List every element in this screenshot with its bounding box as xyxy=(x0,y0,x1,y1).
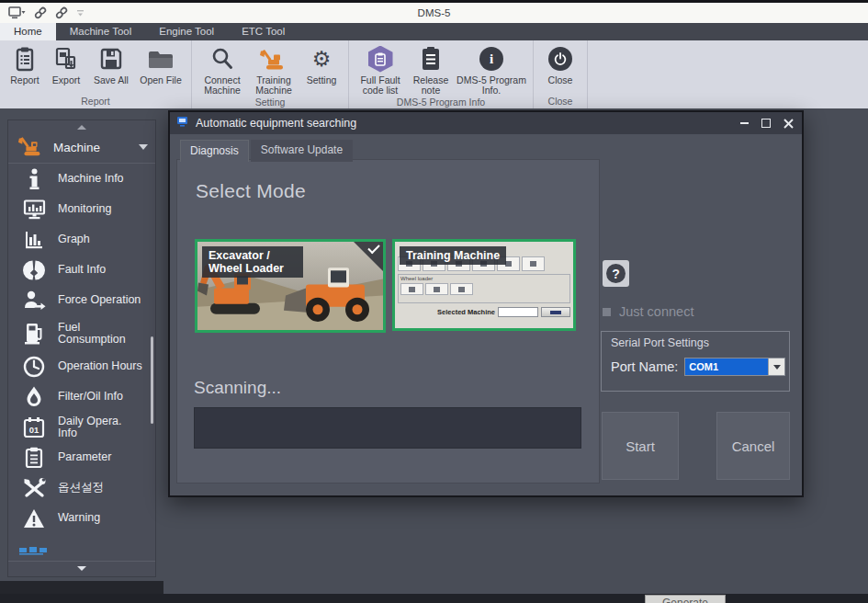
dms5-program-info-label: DMS-5 Program Info. xyxy=(457,75,526,96)
user-arrow-icon xyxy=(20,290,48,312)
full-fault-code-list-button[interactable]: Full Fault code list xyxy=(354,43,407,97)
link-icon[interactable] xyxy=(55,6,68,19)
help-button[interactable]: ? xyxy=(603,260,629,287)
mock-ok-button xyxy=(541,307,570,317)
export-document-icon xyxy=(54,44,78,74)
sidebar-scrollbar[interactable] xyxy=(151,336,153,424)
tab-etc-tool[interactable]: ETC Tool xyxy=(228,23,299,40)
save-all-button[interactable]: Save All xyxy=(87,43,135,86)
setting-label: Setting xyxy=(307,75,337,85)
sidebar-item-force-operation[interactable]: Force Operation xyxy=(8,285,155,315)
sidebar-item-filter-oil-info[interactable]: Filter/Oil Info xyxy=(8,381,155,412)
sidebar-item-monitoring[interactable]: Monitoring xyxy=(8,194,155,224)
mini-machine-button xyxy=(450,283,473,295)
tab-engine-tool[interactable]: Engine Tool xyxy=(145,23,228,40)
window-title: DMS-5 xyxy=(0,7,868,18)
ribbon-tab-strip: Home Machine Tool Engine Tool ETC Tool xyxy=(0,23,868,40)
just-connect-label: Just connect xyxy=(619,304,693,319)
magnifier-icon xyxy=(210,44,234,74)
sidebar-item-machine-info[interactable]: Machine Info xyxy=(8,164,155,194)
calendar-icon: 01 xyxy=(20,416,48,438)
tab-diagnosis[interactable]: Diagnosis xyxy=(180,140,249,162)
tools-icon xyxy=(20,477,48,499)
sidebar-scroll-down[interactable] xyxy=(8,561,155,576)
mode-card-excavator-wheel-loader[interactable]: Excavator / Wheel Loader xyxy=(195,239,386,333)
sidebar-item-warning[interactable]: Warning xyxy=(8,503,155,533)
sidebar-item-graph[interactable]: Graph xyxy=(8,224,155,255)
save-floppy-icon xyxy=(99,44,123,74)
card-label: Excavator / Wheel Loader xyxy=(202,246,303,278)
sidebar-item-label: Warning xyxy=(58,512,100,524)
just-connect-checkbox[interactable]: Just connect xyxy=(603,304,693,319)
serial-port-settings-group: Serial Port Settings Port Name: COM1 xyxy=(601,331,790,392)
setting-button[interactable]: ⚙ Setting xyxy=(299,43,344,86)
mode-card-training-machine[interactable]: Wheel loader Selected Machine Training M… xyxy=(392,239,576,331)
dialog-maximize-button[interactable] xyxy=(760,117,772,130)
ribbon-group-report: Report Export Save All Open File xyxy=(0,40,192,108)
checkbox-icon xyxy=(603,308,611,316)
mini-machines-icon xyxy=(19,542,51,559)
sidebar-item-label: Fuel Consumption xyxy=(58,322,142,346)
report-button[interactable]: Report xyxy=(5,43,45,86)
sidebar-scroll-down-icon xyxy=(77,566,86,571)
dialog-app-icon xyxy=(177,115,189,131)
start-button[interactable]: Start xyxy=(602,412,679,480)
sidebar: Machine Machine Info Monitoring Graph Fa… xyxy=(7,119,156,577)
scan-progress-area xyxy=(194,407,581,449)
port-name-value: COM1 xyxy=(685,358,768,375)
export-button[interactable]: Export xyxy=(45,43,87,86)
close-app-label: Close xyxy=(548,75,573,85)
training-machine-label: Training Machine xyxy=(250,75,298,96)
diagnosis-tab-panel: Select Mode Exca xyxy=(176,159,600,484)
sidebar-item-daily-opera-info[interactable]: 01 Daily Opera. Info xyxy=(8,412,155,442)
generate-button[interactable]: Generate xyxy=(645,595,726,603)
dialog-minimize-button[interactable] xyxy=(738,117,750,130)
port-name-label: Port Name: xyxy=(611,359,678,374)
excavator-icon xyxy=(259,44,288,74)
tab-machine-tool[interactable]: Machine Tool xyxy=(56,23,146,40)
sidebar-scroll-up-icon[interactable] xyxy=(77,125,86,130)
info-icon xyxy=(20,168,48,190)
sidebar-item-fault-info[interactable]: Fault Info xyxy=(8,255,155,285)
connect-machine-button[interactable]: Connect Machine xyxy=(197,43,248,97)
monitoring-icon xyxy=(20,199,48,221)
close-app-button[interactable]: Close xyxy=(538,43,582,86)
toolbar-overflow-icon[interactable] xyxy=(76,9,85,17)
tab-home[interactable]: Home xyxy=(0,23,56,40)
combo-dropdown-button[interactable] xyxy=(768,358,784,375)
card-label: Training Machine xyxy=(400,246,506,265)
ribbon-group-close: Close Close xyxy=(534,40,588,108)
training-machine-button[interactable]: Training Machine xyxy=(248,43,299,97)
titlebar: DMS-5 xyxy=(0,3,868,23)
app-menu-icon[interactable] xyxy=(8,6,26,19)
sidebar-item-label: 옵션설정 xyxy=(58,482,104,494)
sidebar-item-label: Fault Info xyxy=(58,264,106,276)
tab-software-update[interactable]: Software Update xyxy=(251,140,353,162)
sidebar-item-label: Monitoring xyxy=(58,203,111,215)
dialog-titlebar[interactable]: Automatic equipment searching xyxy=(170,112,802,134)
release-note-clipboard-icon xyxy=(420,44,442,74)
cancel-button[interactable]: Cancel xyxy=(716,412,790,480)
sidebar-item-operation-hours[interactable]: Operation Hours xyxy=(8,351,155,381)
port-name-combobox[interactable]: COM1 xyxy=(684,358,785,376)
sidebar-item-option-settings[interactable]: 옵션설정 xyxy=(8,472,155,503)
sidebar-machine-header[interactable]: Machine xyxy=(8,131,155,164)
sidebar-item-label: Parameter xyxy=(58,451,111,463)
sidebar-item-label: Daily Opera. Info xyxy=(58,415,142,439)
parameter-clipboard-icon xyxy=(20,447,48,469)
group-label-close: Close xyxy=(538,96,582,108)
chevron-down-icon xyxy=(139,144,148,150)
dialog-close-button[interactable] xyxy=(782,117,795,130)
sidebar-item-fuel-consumption[interactable]: Fuel Consumption xyxy=(8,315,155,351)
dms5-program-info-button[interactable]: i DMS-5 Program Info. xyxy=(455,43,528,97)
folder-icon xyxy=(147,44,175,74)
bar-chart-icon xyxy=(20,229,48,251)
release-note-button[interactable]: Release note xyxy=(407,43,455,97)
serial-port-settings-title: Serial Port Settings xyxy=(611,336,709,349)
sidebar-item-parameter[interactable]: Parameter xyxy=(8,442,155,472)
fault-icon xyxy=(20,259,48,281)
open-file-button[interactable]: Open File xyxy=(135,43,186,86)
selected-machine-field xyxy=(498,307,538,317)
ribbon-group-setting: Connect Machine Training Machine ⚙ Setti… xyxy=(192,40,349,108)
link-icon[interactable] xyxy=(34,6,47,19)
